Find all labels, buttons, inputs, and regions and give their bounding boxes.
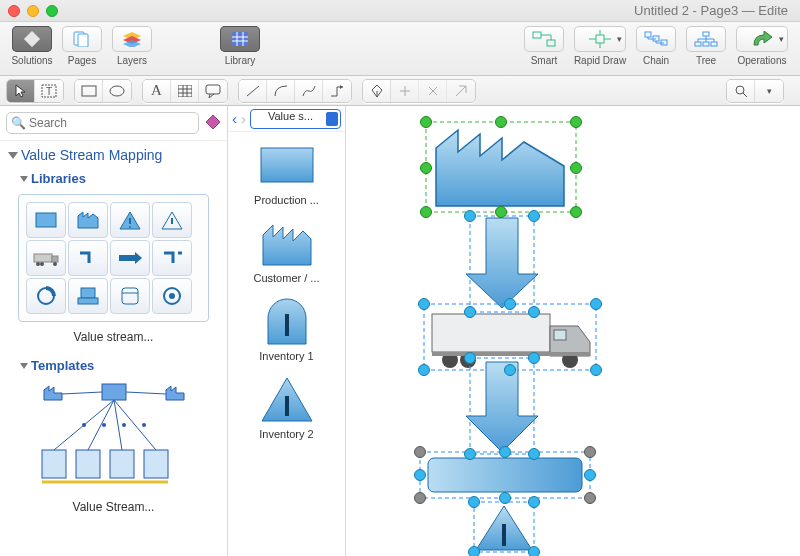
selection-handle[interactable] bbox=[528, 352, 540, 364]
selection-handle[interactable] bbox=[418, 298, 430, 310]
canvas-shape-arrow-2[interactable] bbox=[466, 358, 538, 454]
pointer-tool[interactable] bbox=[7, 80, 35, 102]
rapid-icon bbox=[589, 30, 611, 48]
palette-forward-button[interactable]: › bbox=[241, 110, 246, 127]
selection-handle[interactable] bbox=[528, 210, 540, 222]
selection-handle[interactable] bbox=[584, 469, 596, 481]
template-thumbnail[interactable] bbox=[18, 379, 209, 494]
canvas-shape-arrow-1[interactable] bbox=[466, 216, 538, 312]
svg-point-73 bbox=[122, 423, 126, 427]
smart-button[interactable]: Smart bbox=[520, 26, 568, 66]
tree-libraries[interactable]: Libraries bbox=[0, 167, 227, 190]
spline-tool[interactable] bbox=[295, 80, 323, 102]
svg-marker-39 bbox=[206, 115, 220, 129]
tree-button[interactable]: Tree bbox=[682, 26, 730, 66]
svg-rect-24 bbox=[711, 42, 717, 46]
svg-point-37 bbox=[736, 86, 744, 94]
selection-handle[interactable] bbox=[570, 206, 582, 218]
connector-tool[interactable] bbox=[323, 80, 351, 102]
selection-handle[interactable] bbox=[495, 116, 507, 128]
selection-handle[interactable] bbox=[414, 492, 426, 504]
selection-handle[interactable] bbox=[420, 116, 432, 128]
selection-handle[interactable] bbox=[584, 446, 596, 458]
window-controls bbox=[8, 5, 58, 17]
canvas-shape-truck[interactable] bbox=[424, 304, 596, 370]
selection-handle[interactable] bbox=[528, 546, 540, 556]
text-tool[interactable]: A bbox=[143, 80, 171, 102]
table-tool[interactable] bbox=[171, 80, 199, 102]
selection-handle[interactable] bbox=[414, 469, 426, 481]
selection-handle[interactable] bbox=[584, 492, 596, 504]
line-tool[interactable] bbox=[239, 80, 267, 102]
solutions-home-icon[interactable] bbox=[205, 114, 221, 133]
selection-handle[interactable] bbox=[418, 364, 430, 376]
selection-handle[interactable] bbox=[464, 448, 476, 460]
convert-point-icon bbox=[454, 84, 468, 98]
svg-line-35 bbox=[247, 86, 259, 96]
canvas-shape-inventory[interactable] bbox=[474, 502, 534, 552]
selection-handle[interactable] bbox=[528, 496, 540, 508]
text-frame-tool[interactable]: T bbox=[35, 80, 63, 102]
selection-handle[interactable] bbox=[414, 446, 426, 458]
rapid-draw-button[interactable]: ▾ Rapid Draw bbox=[570, 26, 630, 66]
canvas-shape-factory[interactable] bbox=[426, 122, 576, 212]
selection-handle[interactable] bbox=[504, 298, 516, 310]
add-point-tool[interactable] bbox=[391, 80, 419, 102]
selection-handle[interactable] bbox=[570, 116, 582, 128]
selection-handle[interactable] bbox=[468, 546, 480, 556]
selection-handle[interactable] bbox=[464, 352, 476, 364]
solutions-button[interactable]: Solutions bbox=[8, 26, 56, 66]
callout-icon bbox=[205, 84, 221, 98]
palette-item-production[interactable]: Production ... bbox=[228, 132, 345, 210]
svg-marker-0 bbox=[24, 31, 40, 47]
selection-handle[interactable] bbox=[495, 206, 507, 218]
tree-root[interactable]: Value Stream Mapping bbox=[0, 141, 227, 167]
palette-item-customer[interactable]: Customer / ... bbox=[228, 210, 345, 288]
search-input[interactable] bbox=[6, 112, 199, 134]
selection-handle[interactable] bbox=[499, 446, 511, 458]
selection-handle[interactable] bbox=[528, 448, 540, 460]
svg-rect-46 bbox=[34, 254, 52, 262]
library-button[interactable]: Library bbox=[216, 26, 264, 66]
chain-button[interactable]: Chain bbox=[632, 26, 680, 66]
callout-tool[interactable] bbox=[199, 80, 227, 102]
zoom-tool[interactable] bbox=[727, 80, 755, 102]
svg-marker-52 bbox=[135, 252, 142, 264]
selection-handle[interactable] bbox=[570, 162, 582, 174]
palette-item-inventory1[interactable]: Inventory 1 bbox=[228, 288, 345, 366]
selection-handle[interactable] bbox=[590, 364, 602, 376]
zoom-window-button[interactable] bbox=[46, 5, 58, 17]
selection-handle[interactable] bbox=[464, 210, 476, 222]
drawing-canvas[interactable] bbox=[346, 106, 800, 556]
remove-point-tool[interactable] bbox=[419, 80, 447, 102]
zoom-dropdown[interactable]: ▾ bbox=[755, 80, 783, 102]
palette-selector[interactable]: Value s... bbox=[250, 109, 341, 129]
selection-handle[interactable] bbox=[528, 306, 540, 318]
svg-rect-6 bbox=[232, 32, 248, 46]
pages-button[interactable]: Pages bbox=[58, 26, 106, 66]
pointer-icon bbox=[15, 84, 27, 98]
magnifier-icon bbox=[734, 84, 748, 98]
selection-handle[interactable] bbox=[504, 364, 516, 376]
palette-back-button[interactable]: ‹ bbox=[232, 110, 237, 127]
minimize-window-button[interactable] bbox=[27, 5, 39, 17]
selection-handle[interactable] bbox=[420, 162, 432, 174]
close-window-button[interactable] bbox=[8, 5, 20, 17]
search-field[interactable]: 🔍 bbox=[6, 112, 199, 134]
operations-button[interactable]: ▾ Operations bbox=[732, 26, 792, 66]
selection-handle[interactable] bbox=[464, 306, 476, 318]
layers-button[interactable]: Layers bbox=[108, 26, 156, 66]
convert-point-tool[interactable] bbox=[447, 80, 475, 102]
tree-templates[interactable]: Templates bbox=[0, 354, 227, 377]
rect-tool[interactable] bbox=[75, 80, 103, 102]
selection-handle[interactable] bbox=[590, 298, 602, 310]
arc-tool[interactable] bbox=[267, 80, 295, 102]
svg-rect-27 bbox=[82, 86, 96, 96]
pen-tool[interactable] bbox=[363, 80, 391, 102]
selection-handle[interactable] bbox=[499, 492, 511, 504]
ellipse-tool[interactable] bbox=[103, 80, 131, 102]
library-thumbnail[interactable] bbox=[18, 194, 209, 322]
selection-handle[interactable] bbox=[420, 206, 432, 218]
palette-item-inventory2[interactable]: Inventory 2 bbox=[228, 366, 345, 444]
selection-handle[interactable] bbox=[468, 496, 480, 508]
